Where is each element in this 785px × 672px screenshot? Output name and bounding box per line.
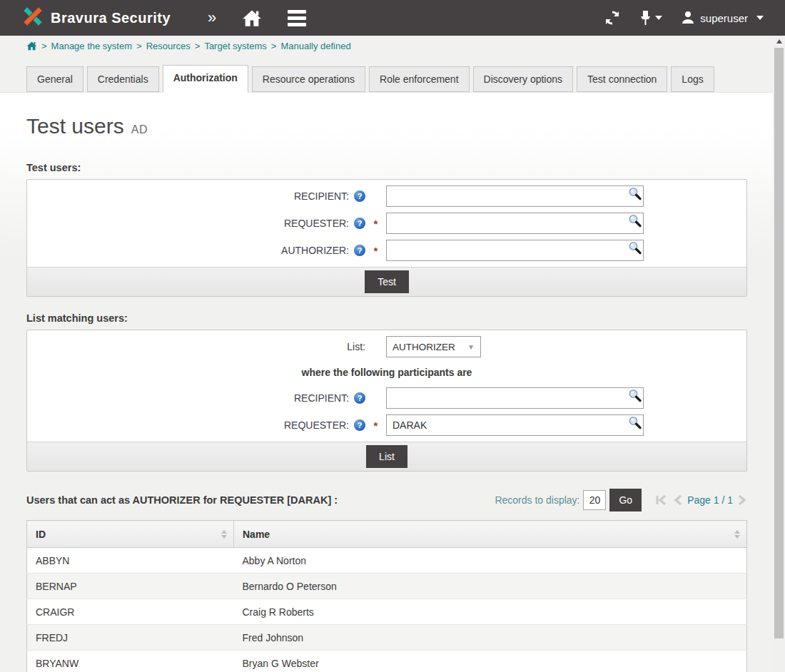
search-icon[interactable] xyxy=(627,213,642,231)
tab-logs[interactable]: Logs xyxy=(671,66,714,92)
help-icon[interactable]: ? xyxy=(354,419,365,431)
bravura-logo-icon xyxy=(21,5,44,31)
tab-resource-operations[interactable]: Resource operations xyxy=(252,66,365,92)
scrollbar-thumb[interactable] xyxy=(774,48,784,638)
list-recipient-input[interactable] xyxy=(386,387,644,409)
home-icon[interactable] xyxy=(242,9,262,27)
brand-name: Bravura Security xyxy=(51,10,171,26)
column-header-name[interactable]: Name xyxy=(234,521,747,548)
page-title-suffix: AD xyxy=(131,123,148,136)
recipient-field-row: RECIPIENT: ? xyxy=(27,385,746,412)
tab-general[interactable]: General xyxy=(26,66,83,92)
page-title: Test users AD xyxy=(26,114,773,138)
required-marker: * xyxy=(365,419,386,432)
column-header-id-label: ID xyxy=(36,529,46,540)
refresh-icon[interactable] xyxy=(604,9,621,26)
column-header-name-label: Name xyxy=(243,529,270,540)
search-icon[interactable] xyxy=(627,388,642,406)
requester-label: REQUESTER: xyxy=(284,419,349,431)
recipient-input[interactable] xyxy=(386,185,644,207)
user-id-cell: BRYANW xyxy=(27,651,234,672)
results-bar: Users that can act as AUTHORIZER for REQ… xyxy=(26,489,747,511)
breadcrumb-separator: > xyxy=(41,41,47,51)
next-page-icon[interactable] xyxy=(738,494,747,506)
user-id-cell: BERNAP xyxy=(27,574,234,599)
user-name-cell: Bernardo O Peterson xyxy=(234,574,747,599)
help-icon[interactable]: ? xyxy=(354,190,365,202)
search-icon[interactable] xyxy=(627,186,642,204)
user-caret-icon xyxy=(756,16,764,20)
top-navbar: Bravura Security » xyxy=(0,0,785,36)
chevron-down-icon: ▼ xyxy=(467,343,475,351)
search-icon[interactable] xyxy=(627,415,642,433)
user-id-cell: CRAIGR xyxy=(27,599,234,625)
recipient-field-row: RECIPIENT: ? xyxy=(27,183,746,210)
go-button[interactable]: Go xyxy=(609,489,642,511)
user-name-cell: Bryan G Webster xyxy=(234,651,747,672)
menu-icon[interactable] xyxy=(288,10,306,26)
records-to-display-input[interactable] xyxy=(583,490,606,510)
breadcrumb-target-systems[interactable]: Target systems xyxy=(204,41,266,51)
list-field-row: List: AUTHORIZER ▼ xyxy=(27,333,746,360)
breadcrumb-resources[interactable]: Resources xyxy=(146,41,191,51)
previous-page-icon[interactable] xyxy=(673,494,682,506)
requester-input[interactable] xyxy=(386,213,644,234)
requester-field-row: REQUESTER: ? * xyxy=(27,412,746,439)
vertical-scrollbar[interactable] xyxy=(773,36,785,672)
help-icon[interactable]: ? xyxy=(354,392,365,404)
test-users-panel: RECIPIENT: ? REQUESTER: ? * xyxy=(26,179,747,297)
search-icon[interactable] xyxy=(627,240,642,258)
list-dropdown[interactable]: AUTHORIZER ▼ xyxy=(386,336,481,357)
required-marker: * xyxy=(365,245,386,257)
tab-authorization[interactable]: Authorization xyxy=(163,65,248,93)
breadcrumb-home-icon[interactable] xyxy=(26,41,37,51)
recipient-label: RECIPIENT: xyxy=(294,190,349,202)
user-name-cell: Fred Johnson xyxy=(234,625,747,651)
user-name: superuser xyxy=(700,12,748,24)
tab-credentials[interactable]: Credentials xyxy=(87,66,159,92)
column-header-id[interactable]: ID xyxy=(27,521,234,548)
expand-sidebar-icon[interactable]: » xyxy=(208,10,216,26)
list-requester-input[interactable] xyxy=(386,414,644,436)
breadcrumb: > Manage the system > Resources > Target… xyxy=(0,36,785,56)
table-row[interactable]: FREDJ Fred Johnson xyxy=(27,625,747,651)
test-users-heading: Test users: xyxy=(26,162,773,173)
pagination: Page 1 / 1 xyxy=(655,494,747,506)
pin-caret-icon xyxy=(655,16,662,20)
tab-test-connection[interactable]: Test connection xyxy=(577,66,667,92)
table-row[interactable]: CRAIGR Craig R Roberts xyxy=(27,599,747,625)
tab-strip: General Credentials Authorization Resour… xyxy=(0,56,785,92)
authorizer-input[interactable] xyxy=(386,240,644,261)
brand-logo[interactable]: Bravura Security xyxy=(21,5,171,31)
list-matching-users-heading: List matching users: xyxy=(26,312,773,324)
user-menu[interactable]: superuser xyxy=(681,10,764,26)
pin-menu-icon[interactable] xyxy=(639,9,662,26)
user-id-cell: ABBYN xyxy=(27,548,234,574)
list-dropdown-value: AUTHORIZER xyxy=(392,342,455,352)
users-table: ID Name ABBYN Abby A Norton BERNAP Berna… xyxy=(26,520,747,672)
test-button[interactable]: Test xyxy=(365,270,409,293)
user-icon xyxy=(681,10,695,26)
scroll-up-icon[interactable] xyxy=(773,36,785,47)
list-panel-footer: List xyxy=(27,442,746,471)
authorizer-field-row: AUTHORIZER: ? * xyxy=(27,237,746,264)
breadcrumb-separator: > xyxy=(195,41,201,51)
breadcrumb-separator: > xyxy=(136,41,142,51)
page-title-text: Test users xyxy=(26,114,124,138)
breadcrumb-manually-defined[interactable]: Manually defined xyxy=(280,41,350,51)
first-page-icon[interactable] xyxy=(655,494,668,506)
required-marker: * xyxy=(365,218,386,230)
results-heading: Users that can act as AUTHORIZER for REQ… xyxy=(26,494,338,506)
help-icon[interactable]: ? xyxy=(354,245,365,256)
tab-role-enforcement[interactable]: Role enforcement xyxy=(369,66,470,92)
breadcrumb-manage-the-system[interactable]: Manage the system xyxy=(51,41,132,51)
requester-field-row: REQUESTER: ? * xyxy=(27,210,746,237)
table-row[interactable]: ABBYN Abby A Norton xyxy=(27,548,747,574)
list-button[interactable]: List xyxy=(366,445,407,468)
tab-discovery-options[interactable]: Discovery options xyxy=(473,66,574,92)
main-content: Test users AD Test users: RECIPIENT: ? xyxy=(0,92,773,653)
authorizer-label: AUTHORIZER: xyxy=(281,245,349,256)
table-row[interactable]: BERNAP Bernardo O Peterson xyxy=(27,574,747,599)
table-row[interactable]: BRYANW Bryan G Webster xyxy=(27,651,747,672)
help-icon[interactable]: ? xyxy=(354,218,365,229)
